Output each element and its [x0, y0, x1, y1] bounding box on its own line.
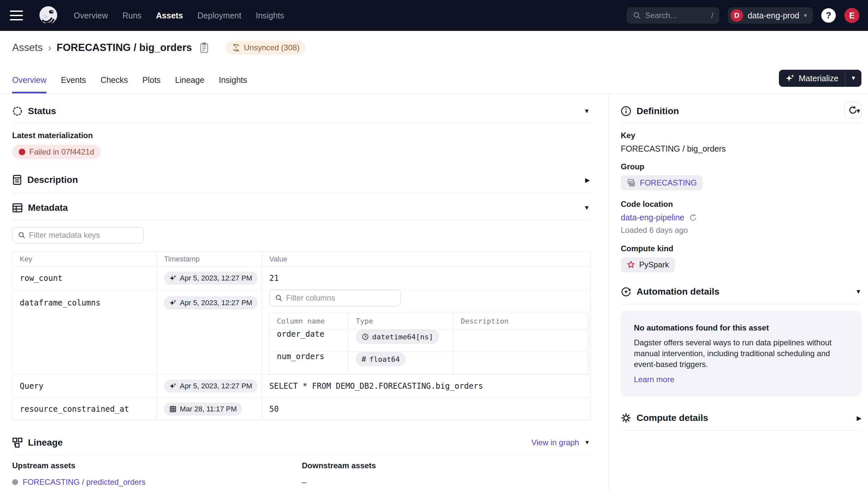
copy-icon[interactable]: [199, 42, 209, 53]
user-avatar[interactable]: E: [844, 8, 860, 23]
table-row: Query Apr 5, 2023, 12:27 PM SELECT * FRO…: [12, 374, 590, 398]
metadata-table-icon: [12, 203, 23, 213]
divider: [621, 430, 861, 430]
materialization-sparkle-icon: [169, 275, 177, 282]
tab-lineage[interactable]: Lineage: [175, 75, 205, 93]
sync-alert-icon: [231, 43, 241, 52]
number-icon: #: [362, 355, 366, 364]
metadata-key: Query: [12, 374, 157, 398]
breadcrumb: Assets › FORECASTING / big_orders Unsync…: [12, 41, 868, 55]
reload-icon[interactable]: [689, 213, 698, 222]
divider: [12, 455, 590, 455]
materialize-button[interactable]: Materialize: [779, 74, 845, 83]
description-icon: [12, 175, 22, 185]
tab-events[interactable]: Events: [61, 75, 86, 93]
automation-empty-card: No automations found for this asset Dags…: [621, 311, 861, 397]
divider: [12, 192, 590, 192]
avatar-initial: E: [849, 11, 855, 21]
columns-filter[interactable]: [269, 290, 401, 306]
metadata-filter-input[interactable]: [29, 231, 138, 240]
timestamp-badge[interactable]: Mar 28, 11:17 PM: [164, 402, 242, 416]
latest-materialization-label: Latest materialization: [12, 131, 590, 140]
unsynced-badge[interactable]: Unsynced (308): [225, 41, 305, 55]
automation-icon: [621, 286, 631, 297]
divider: [621, 304, 861, 304]
search-input[interactable]: [645, 11, 707, 20]
learn-more-link[interactable]: Learn more: [634, 375, 674, 384]
nav-item-insights[interactable]: Insights: [256, 11, 284, 21]
automation-empty-body: Dagster offers several ways to run data …: [634, 337, 844, 370]
gear-icon: [621, 413, 631, 423]
timestamp-badge[interactable]: Apr 5, 2023, 12:27 PM: [164, 296, 257, 309]
type-label: float64: [369, 355, 400, 363]
workspace-switcher[interactable]: D data-eng-prod ▾: [728, 7, 813, 24]
automation-title: Automation details: [637, 286, 719, 297]
status-icon: [12, 106, 23, 116]
metadata-collapse-icon[interactable]: ▼: [584, 204, 590, 211]
metadata-filter[interactable]: [12, 227, 144, 243]
tab-overview[interactable]: Overview: [12, 75, 46, 93]
side-panel: Definition ▼ Key FORECASTING / big_order…: [609, 94, 868, 490]
definition-title: Definition: [637, 106, 679, 116]
global-search[interactable]: /: [627, 7, 719, 24]
compute-expand-icon[interactable]: ▶: [857, 415, 861, 422]
metadata-value: SELECT * FROM DEMO_DB2.FORECASTING.big_o…: [262, 374, 590, 398]
breadcrumb-assets-link[interactable]: Assets: [12, 42, 43, 54]
group-tag[interactable]: FORECASTING: [621, 175, 703, 190]
view-in-graph-button[interactable]: View in graph ▼: [531, 438, 590, 447]
status-badge[interactable]: Failed in 07f4421d: [12, 145, 101, 159]
nav-item-assets[interactable]: Assets: [156, 11, 183, 21]
asset-tabs: Overview Events Checks Plots Lineage Ins…: [0, 62, 868, 94]
timestamp-badge[interactable]: Apr 5, 2023, 12:27 PM: [164, 379, 257, 393]
status-collapse-icon[interactable]: ▼: [584, 108, 590, 115]
columns-filter-input[interactable]: [286, 293, 395, 303]
help-button[interactable]: ?: [821, 8, 836, 23]
workspace-name: data-eng-prod: [748, 11, 799, 21]
nav-item-deployment[interactable]: Deployment: [197, 11, 241, 21]
compute-kind-tag[interactable]: PySpark: [621, 257, 675, 272]
search-shortcut: /: [711, 11, 713, 20]
code-location-link[interactable]: data-eng-pipeline: [621, 213, 684, 222]
type-badge: # float64: [356, 352, 406, 366]
nav-item-runs[interactable]: Runs: [122, 11, 142, 21]
automation-collapse-icon[interactable]: ▼: [855, 288, 861, 295]
timestamp-badge[interactable]: Apr 5, 2023, 12:27 PM: [164, 272, 257, 285]
columns-table-header: Column name Type Description: [270, 313, 588, 330]
clock-icon: [362, 333, 369, 340]
top-nav: Overview Runs Assets Deployment Insights…: [0, 0, 868, 31]
definition-section-header: Definition ▼: [621, 103, 861, 119]
col-header-column-name: Column name: [270, 313, 348, 330]
failed-dot-icon: [19, 149, 25, 155]
tab-plots[interactable]: Plots: [143, 75, 161, 93]
compute-section-header: Compute details ▶: [621, 410, 861, 426]
timestamp-label: Apr 5, 2023, 12:27 PM: [180, 299, 252, 307]
unsynced-label: Unsynced (308): [244, 43, 300, 52]
tab-checks[interactable]: Checks: [101, 75, 128, 93]
nav-item-overview[interactable]: Overview: [74, 11, 108, 21]
downstream-label: Downstream assets: [302, 461, 376, 470]
metadata-key: dataframe_columns: [12, 290, 157, 374]
materialize-dropdown-button[interactable]: ▼: [845, 75, 861, 82]
type-label: datetime64[ns]: [372, 333, 433, 341]
divider: [12, 123, 590, 124]
metadata-value: 21: [262, 267, 590, 290]
col-header-description: Description: [454, 313, 588, 330]
upstream-asset-link[interactable]: FORECASTING / predicted_orders: [23, 478, 145, 487]
status-section-header: Status ▼: [12, 103, 590, 119]
divider: [12, 220, 590, 220]
metadata-key: row_count: [12, 267, 157, 290]
compute-kind-label: Compute kind: [621, 244, 861, 253]
menu-icon[interactable]: [10, 10, 23, 21]
description-expand-icon[interactable]: ▶: [585, 176, 590, 184]
definition-collapse-icon[interactable]: ▼: [855, 108, 861, 115]
table-row: order_date datetime64[ns]: [270, 330, 588, 352]
search-icon: [275, 294, 283, 302]
tab-insights[interactable]: Insights: [219, 75, 247, 93]
group-link: FORECASTING: [640, 178, 697, 187]
group-label: Group: [621, 162, 861, 171]
chevron-down-icon: ▾: [804, 12, 807, 19]
dagster-logo-icon[interactable]: [37, 5, 59, 26]
lineage-section-header: Lineage View in graph ▼: [12, 435, 590, 450]
col-header-timestamp: Timestamp: [157, 252, 262, 267]
timestamp-label: Mar 28, 11:17 PM: [180, 405, 237, 414]
